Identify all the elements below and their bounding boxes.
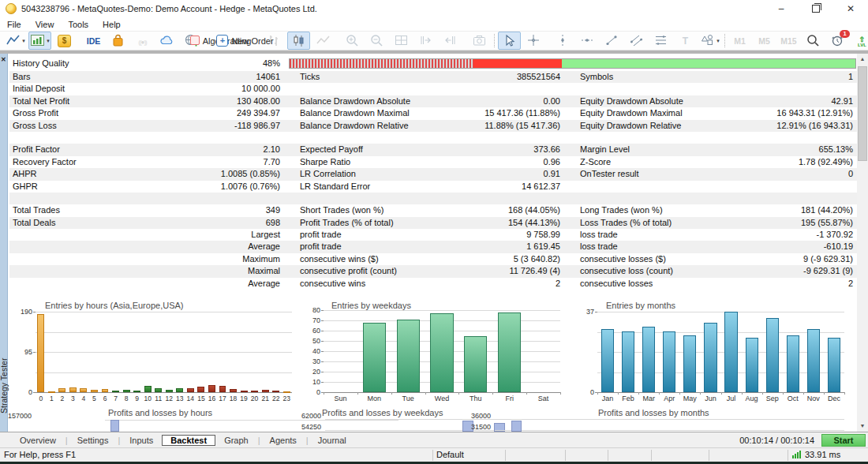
bar (704, 323, 716, 392)
signal-waves-icon: ((●)) (138, 36, 147, 46)
stat-value: 42.91 (672, 95, 853, 107)
toolbar-trendline[interactable] (600, 32, 623, 50)
toolbar-deposit[interactable]: $ (53, 32, 76, 50)
tab-agents[interactable]: Agents (261, 435, 305, 446)
y-axis-tick: 62000 (290, 412, 321, 420)
toolbar-candles-style[interactable] (287, 32, 310, 50)
stats-row (9, 132, 857, 144)
tab-journal[interactable]: Journal (309, 435, 355, 446)
statusbar-separator (608, 450, 608, 461)
text-t-icon: T (683, 36, 688, 47)
stat-label: consecutive wins (300, 278, 365, 290)
minimize-button[interactable]: – (764, 0, 799, 17)
bar (498, 312, 521, 392)
chart-title: Entries by weekdays (331, 301, 411, 310)
stat-value: 16 943.31 (12.91%) (672, 107, 853, 119)
chevron-down-icon: ▾ (716, 38, 720, 44)
connection-status[interactable]: 33.91 ms (792, 450, 840, 459)
toolbar-cursor[interactable] (498, 32, 521, 50)
help-text: For Help, press F1 (4, 450, 76, 459)
vertical-scrollbar[interactable]: ▲ ▼ (857, 54, 868, 432)
menu-tools[interactable]: Tools (61, 20, 95, 29)
profile-name[interactable]: Default (436, 450, 464, 459)
toolbar-chart-window[interactable]: ▾ (28, 32, 51, 50)
stats-row: Recovery Factor7.70Sharpe Ratio0.96Z-Sco… (9, 156, 857, 168)
tab-backtest[interactable]: Backtest (162, 435, 215, 446)
stat-value: 0.96 (380, 156, 560, 168)
bar (123, 390, 130, 392)
stat-label: Total Trades (13, 204, 60, 216)
stat-value: 2 (380, 278, 560, 290)
stats-row: Profit Factor2.10Expected Payoff373.66Ma… (9, 144, 857, 155)
toolbar-lvl[interactable]: ⇧LVL (851, 32, 868, 50)
toolbar-screenshot (468, 32, 491, 50)
shapes-icon (700, 33, 715, 49)
restore-button[interactable] (799, 0, 833, 17)
stat-value: Largest (104, 229, 280, 241)
stat-label: loss trade (580, 241, 618, 253)
bar (197, 387, 204, 392)
bar (112, 391, 119, 392)
stat-value: 168 (44.05%) (380, 204, 560, 216)
scroll-thumb[interactable] (858, 66, 867, 161)
stat-value: 195 (55.87%) (672, 217, 853, 229)
stat-value: 11.88% (15 417.36) (380, 120, 560, 132)
tab-inputs[interactable]: Inputs (121, 435, 162, 446)
strategy-tester-side-tab[interactable]: ✕ Strategy Tester (0, 54, 8, 432)
toolbar-channel[interactable] (625, 32, 648, 50)
close-panel-icon[interactable]: ✕ (1, 56, 7, 64)
ping-value: 33.91 ms (805, 450, 840, 459)
toolbar-ide-button[interactable]: IDE (82, 32, 105, 50)
stats-row: Total Trades349Short Trades (won %)168 (… (9, 204, 857, 216)
magnifier-plus-icon (345, 33, 360, 49)
tab-settings[interactable]: Settings (69, 435, 118, 446)
close-button[interactable]: ✕ (833, 0, 868, 17)
dollar-coin-icon: $ (58, 35, 71, 47)
bar (208, 385, 215, 392)
toolbar-notifications[interactable]: 1 (826, 32, 849, 50)
toolbar-line-style (312, 32, 335, 50)
stat-label: Symbols (580, 71, 613, 83)
scroll-up-arrow[interactable]: ▲ (857, 54, 868, 65)
crosshair-icon (526, 33, 541, 49)
toolbar-shapes[interactable]: ▾ (698, 32, 721, 50)
strategy-tester-label: Strategy Tester (0, 311, 9, 413)
y-axis-tick: 0 (567, 388, 594, 396)
chart-title: Profits and losses by months (598, 408, 709, 417)
panel-splitter[interactable] (0, 51, 868, 54)
toolbar-hline[interactable] (576, 32, 599, 50)
toolbar-cloud[interactable] (155, 32, 178, 50)
stats-row: History Quality48% (9, 55, 857, 71)
tester-tab-bar: Overview|Settings|InputsBacktestGraph|Ag… (0, 432, 868, 447)
tab-overview[interactable]: Overview (11, 435, 65, 446)
menu-help[interactable]: Help (95, 20, 128, 29)
bar (464, 336, 487, 393)
toolbar-search[interactable] (802, 32, 825, 50)
stat-label: Total Net Profit (13, 95, 69, 107)
y-axis-tick: 10 (294, 378, 320, 386)
chart-title: Profits and losses by weekdays (322, 408, 443, 417)
toolbar-new-order[interactable]: +New Order (234, 32, 256, 50)
scroll-down-arrow[interactable]: ▼ (857, 421, 868, 432)
toolbar-chart-style[interactable]: ▾ (4, 32, 27, 50)
bar (166, 390, 173, 392)
stat-value: Average (104, 278, 280, 290)
stat-label: Total Deals (13, 217, 55, 229)
backtest-elapsed-time: 00:10:14 / 00:10:14 (739, 436, 814, 445)
stat-value: 14061 (104, 71, 280, 83)
statusbar-separator (432, 450, 433, 461)
stat-value: 0 (672, 168, 853, 180)
toolbar-vline[interactable] (552, 32, 574, 50)
stat-value: 373.66 (380, 144, 560, 155)
toolbar-signals: ((●)) (131, 32, 154, 50)
toolbar-fibo[interactable] (649, 32, 672, 50)
toolbar-zoom-in (341, 32, 364, 50)
menu-view[interactable]: View (28, 20, 62, 29)
menu-file[interactable]: File (0, 20, 28, 29)
bar (91, 390, 98, 392)
toolbar-crosshair[interactable] (522, 32, 545, 50)
stat-value: 2 (672, 278, 853, 290)
tab-graph[interactable]: Graph (215, 435, 257, 446)
toolbar-market[interactable] (107, 32, 129, 50)
start-button[interactable]: Start (821, 434, 866, 447)
